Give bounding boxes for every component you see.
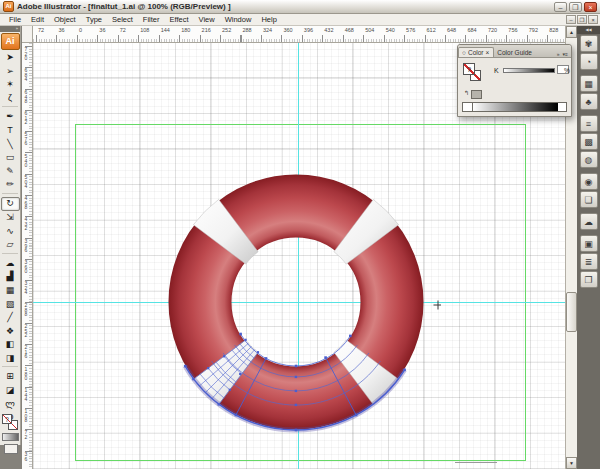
panel-fill-swatch[interactable]: ? (463, 63, 475, 75)
maximize-button[interactable]: ❒ (569, 2, 582, 12)
minimize-button[interactable]: – (554, 2, 567, 12)
rotate-tool[interactable]: ↻ (1, 197, 20, 211)
eraser-tool[interactable]: ◪ (1, 384, 20, 398)
close-button[interactable]: × (584, 2, 597, 12)
scroll-down-arrow[interactable]: ▼ (566, 457, 577, 469)
spectrum-gradient[interactable] (473, 103, 557, 111)
warp-tool[interactable]: ∿ (1, 225, 20, 239)
ruler-origin-box[interactable] (22, 26, 33, 43)
swatches-panel-icon[interactable]: ▦ (580, 75, 598, 92)
menu-item[interactable]: Help (256, 15, 281, 24)
color-guide-panel-icon[interactable]: ◔ (580, 53, 598, 70)
rectangle-tool[interactable]: ▭ (1, 151, 20, 165)
graphic-styles-panel-icon[interactable]: ☁ (580, 213, 598, 230)
live-paint-selection-tool[interactable]: ◨ (1, 352, 20, 366)
hand-tool[interactable]: ლ (1, 398, 20, 412)
pen-tool[interactable]: ✒ (1, 110, 20, 124)
ruler-label: 216 (23, 344, 29, 358)
menu-item[interactable]: Type (81, 15, 107, 24)
ruler-label: 648 (447, 27, 456, 33)
panel-fill-stroke-proxy[interactable]: ? (463, 63, 485, 85)
align-panel-icon[interactable]: ≣ (580, 253, 598, 270)
lifesaver-artwork[interactable] (151, 157, 441, 447)
paintbrush-tool[interactable]: ✎ (1, 165, 20, 179)
app-icon: Ai (3, 1, 14, 12)
fill-stroke-proxy[interactable]: ? (2, 414, 19, 430)
color-tab-close-icon[interactable]: × (485, 49, 489, 56)
ruler-label: 36 (23, 451, 29, 460)
live-paint-bucket-tool[interactable]: ◧ (1, 338, 20, 352)
horizontal-ruler[interactable]: 7236036721081441802162522883243603964324… (33, 26, 565, 43)
ruler-label: 576 (23, 131, 29, 145)
tab-color[interactable]: ○ Color × (458, 47, 494, 57)
menu-item[interactable]: Window (220, 15, 257, 24)
gradient-tool[interactable]: ▧ (1, 298, 20, 312)
lasso-tool[interactable]: ζ (1, 92, 20, 106)
menu-item[interactable]: View (194, 15, 220, 24)
artboard-panel-icon[interactable]: ▣ (580, 235, 598, 252)
ruler-label: 72 (120, 27, 126, 33)
page-tiling-mark (455, 462, 497, 463)
menu-item[interactable]: File (4, 15, 26, 24)
color-panel-icon[interactable]: ✾ (580, 35, 598, 52)
menu-item[interactable]: Select (107, 15, 138, 24)
mesh-tool[interactable]: ▦ (1, 284, 20, 298)
none-swatch[interactable] (463, 103, 473, 111)
magic-wand-tool[interactable]: ✶ (1, 78, 20, 92)
pathfinder-panel-icon[interactable]: ❐ (580, 271, 598, 288)
ruler-label: 396 (23, 238, 29, 252)
scrollbar-thumb[interactable] (566, 292, 577, 332)
screen-mode-button[interactable] (4, 444, 18, 454)
white-swatch[interactable] (557, 103, 566, 111)
illustrator-window: Ai Adobe Illustrator - [finaltut_1.ai @ … (0, 0, 600, 469)
appearance-panel-icon[interactable]: ◉ (580, 173, 598, 190)
panel-menu-icon[interactable]: ▾≡ (563, 51, 568, 57)
fill-swatch[interactable]: ? (2, 414, 12, 424)
menu-item[interactable]: Effect (165, 15, 194, 24)
ruler-label: 144 (161, 27, 170, 33)
transparency-panel-icon[interactable]: ◍ (580, 151, 598, 168)
layers-panel-icon[interactable]: ❏ (580, 191, 598, 208)
k-slider-label: K (494, 67, 499, 74)
ruler-label: 108 (23, 408, 29, 422)
document-close-button[interactable]: × (588, 15, 598, 24)
eyedropper-tool[interactable]: ╱ (1, 311, 20, 325)
pencil-tool[interactable]: ✏ (1, 178, 20, 192)
swap-arrow-icon[interactable]: ↰ (464, 89, 469, 96)
document-minimize-button[interactable]: – (566, 15, 576, 24)
panel-collapse-icon[interactable]: » (557, 51, 560, 57)
selection-tool[interactable]: ➤ (1, 51, 20, 65)
crop-area-tool[interactable]: ⊞ (1, 370, 20, 384)
type-tool[interactable]: T (1, 124, 20, 138)
previous-color-swatch[interactable] (471, 90, 482, 99)
scroll-up-arrow[interactable]: ▲ (566, 26, 577, 38)
gradient-panel-icon[interactable]: ▩ (580, 133, 598, 150)
k-slider[interactable] (503, 68, 555, 73)
ruler-label: 612 (23, 110, 29, 124)
color-tab-label: Color (468, 49, 484, 56)
free-transform-tool[interactable]: ▱ (1, 238, 20, 252)
ruler-label: 504 (365, 27, 374, 33)
brushes-panel-icon[interactable]: ♣ (580, 93, 598, 110)
dock-expand-icon[interactable]: ◀◀ (577, 26, 600, 34)
tab-color-guide[interactable]: Color Guide (494, 48, 536, 57)
ruler-label: 72 (23, 429, 29, 438)
menu-item[interactable]: Filter (138, 15, 165, 24)
color-tab-dot-icon: ○ (462, 49, 466, 56)
line-segment-tool[interactable]: ╲ (1, 138, 20, 152)
vertical-ruler[interactable]: 7206846486125765405044684323963603242882… (22, 43, 33, 469)
direct-selection-tool[interactable]: ➢ (1, 65, 20, 79)
menu-item[interactable]: Edit (26, 15, 49, 24)
title-bar: Ai Adobe Illustrator - [finaltut_1.ai @ … (0, 0, 600, 14)
graph-tool[interactable]: ▟ (1, 270, 20, 284)
tools-collapse-icon[interactable]: » (0, 26, 20, 32)
document-restore-button[interactable]: ❐ (577, 15, 587, 24)
menu-item[interactable]: Object (49, 15, 81, 24)
grayscale-spectrum-ramp[interactable] (462, 102, 567, 112)
symbol-sprayer-tool[interactable]: ☁ (1, 257, 20, 271)
blend-tool[interactable]: ❖ (1, 325, 20, 339)
ruler-label: 684 (467, 27, 476, 33)
scale-tool[interactable]: ⇲ (1, 211, 20, 225)
none-color-button[interactable] (2, 433, 19, 441)
stroke-panel-icon[interactable]: ≡ (580, 115, 598, 132)
